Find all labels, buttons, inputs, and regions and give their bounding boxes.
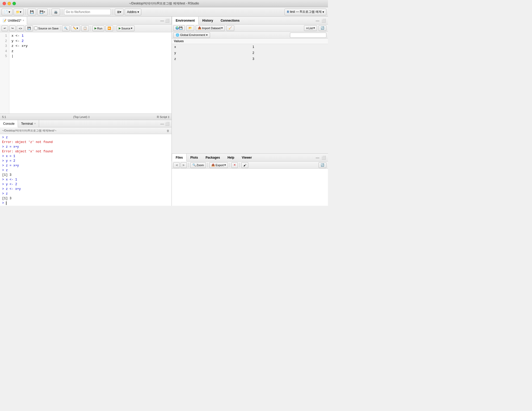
undo-button[interactable]: ↩ — [2, 26, 8, 31]
env-content: Values x 1 y 2 z 3 — [172, 39, 328, 153]
minimize-button[interactable] — [8, 2, 11, 5]
editor-area: 📝 Untitled1* × — ⬜ ↩ ↪ <> 💾 Source on Sa… — [0, 17, 172, 120]
refresh-env-button[interactable]: 🔄 — [319, 25, 326, 31]
source-button[interactable]: ▶ Source ▾ — [117, 26, 135, 31]
tab-help[interactable]: Help — [224, 154, 238, 161]
window-controls[interactable] — [3, 2, 16, 5]
rerun-button[interactable]: ⏩ — [105, 26, 113, 31]
new-file-button[interactable]: 📄▾ — [2, 9, 12, 15]
files-tab-actions: — ⬜ — [315, 154, 328, 161]
tab-packages[interactable]: Packages — [202, 154, 224, 161]
tab-close-button[interactable]: × — [23, 19, 24, 22]
import-icon: 📥 — [198, 26, 201, 30]
save-editor-button[interactable]: 💾 — [25, 26, 33, 31]
tab-viewer[interactable]: Viewer — [238, 154, 256, 161]
clear-console-icon[interactable]: 🗑 — [167, 129, 169, 132]
files-minimize-icon[interactable]: — — [315, 155, 320, 160]
main-layout: 📝 Untitled1* × — ⬜ ↩ ↪ <> 💾 Source on Sa… — [0, 17, 328, 206]
editor-maximize-icon[interactable]: ⬜ — [164, 18, 170, 23]
editor-sep-1 — [60, 26, 60, 31]
line-num-1: 1 — [2, 33, 7, 39]
import-dataset-button[interactable]: 📥 Import Dataset ▾ — [196, 25, 225, 31]
console-line-10: > x <- 1 — [2, 177, 169, 182]
console-tab[interactable]: Console — [0, 120, 18, 127]
editor-toolbar: ↩ ↪ <> 💾 Source on Save 🔍 ✏️▾ 📋 ▶ Run ⏩ — [0, 24, 172, 32]
console-area: Console Terminal × — ⬜ ~/Desktop/빅데이터/R프… — [0, 120, 172, 206]
file-type[interactable]: R Script ‡ — [157, 115, 169, 119]
brush-button[interactable]: 🖌 — [241, 162, 248, 168]
forward-button[interactable]: ▶ — [181, 162, 187, 168]
code-line-1-prefix: x <- — [11, 34, 22, 38]
line-num-4: 4 — [2, 49, 7, 54]
save-all-button[interactable]: 💾+ — [37, 9, 48, 15]
code-content[interactable]: x <- 1 y <- 2 z <- x+y z | — [9, 32, 172, 114]
tab-history[interactable]: History — [199, 17, 217, 24]
tools-button[interactable]: ✏️▾ — [71, 26, 80, 31]
editor-sep-3 — [115, 26, 115, 31]
console-content[interactable]: > z Error: object 'z' not found > z = x+… — [0, 134, 172, 206]
console-maximize-icon[interactable]: ⬜ — [164, 122, 170, 126]
main-toolbar: 📄▾ 📁▾ 💾 💾+ 🖨️ ⊞▾ Addins ▾ R test — R프로그램… — [0, 7, 328, 17]
addins-label: Addins — [127, 10, 137, 14]
load-env-button[interactable]: 📂 — [186, 25, 194, 31]
zoom-button[interactable]: 🔍 Zoom — [190, 162, 206, 168]
export-label: Export — [216, 164, 224, 167]
clear-env-button[interactable]: 🧹 — [226, 25, 234, 31]
terminal-close-icon[interactable]: × — [34, 122, 36, 125]
delete-plot-button[interactable]: ✕ — [231, 162, 238, 168]
var-name-y: y — [172, 50, 250, 56]
tab-plots[interactable]: Plots — [187, 154, 202, 161]
list-view-button[interactable]: ≡ List ▾ — [304, 25, 317, 31]
line-num-2: 2 — [2, 39, 7, 44]
save-env-button[interactable]: 🌍💾 — [173, 25, 185, 31]
env-variables-table: x 1 y 2 z 3 — [172, 44, 328, 62]
values-section-label: Values — [172, 39, 328, 44]
export-button[interactable]: 📤 Export ▾ — [209, 162, 228, 168]
open-file-button[interactable]: 📁▾ — [14, 9, 24, 15]
env-search-input[interactable] — [290, 33, 326, 38]
source-on-save-label[interactable]: Source on Save — [34, 27, 59, 30]
run-button[interactable]: ▶ Run — [92, 26, 104, 31]
console-line-8: > z — [2, 168, 169, 173]
save-button[interactable]: 💾 — [28, 9, 36, 15]
toolbar-separator-4 — [113, 9, 113, 15]
source-arrow-icon: ▶ — [119, 27, 121, 30]
run-arrow-icon: ▶ — [94, 27, 97, 30]
code-editor[interactable]: 1 2 3 4 5 x <- 1 y <- 2 z <- x+y z | — [0, 32, 172, 114]
console-line-11: > y <- 2 — [2, 182, 169, 187]
env-toolbar: 🌍💾 📂 📥 Import Dataset ▾ 🧹 ≡ List ▾ 🔄 — [172, 24, 328, 32]
terminal-tab[interactable]: Terminal × — [18, 120, 39, 127]
redo-button[interactable]: ↪ — [9, 26, 16, 31]
files-sep-4 — [239, 163, 240, 167]
env-maximize-icon[interactable]: ⬜ — [321, 18, 326, 23]
maximize-button[interactable] — [12, 2, 16, 5]
tab-environment[interactable]: Environment — [172, 17, 199, 24]
source-on-save-checkbox[interactable] — [34, 27, 37, 30]
editor-minimize-icon[interactable]: — — [160, 18, 164, 23]
console-minimize-icon[interactable]: — — [160, 122, 164, 126]
compile-button[interactable]: 📋 — [81, 26, 89, 31]
code-button[interactable]: <> — [17, 26, 24, 31]
addins-button[interactable]: Addins ▾ — [125, 9, 141, 15]
print-button[interactable]: 🖨️ — [52, 9, 60, 15]
editor-tab-untitled1[interactable]: 📝 Untitled1* × — [0, 17, 27, 24]
refresh-files-button[interactable]: 🔄 — [319, 162, 326, 168]
global-env-button[interactable]: 🌐 Global Environment ▾ — [173, 32, 210, 38]
console-cursor — [6, 201, 8, 205]
r-project-button[interactable]: R test — R프로그램 예제 ▾ — [284, 9, 326, 15]
layout-button[interactable]: ⊞▾ — [115, 9, 124, 15]
files-maximize-icon[interactable]: ⬜ — [321, 155, 326, 160]
console-path-icon: ⤷ — [54, 129, 57, 132]
console-line-1: > z — [2, 135, 169, 140]
left-panel: 📝 Untitled1* × — ⬜ ↩ ↪ <> 💾 Source on Sa… — [0, 17, 172, 206]
close-button[interactable] — [3, 2, 6, 5]
var-name-x: x — [172, 44, 250, 50]
level-indicator[interactable]: (Top Level) ‡ — [73, 115, 90, 119]
search-button[interactable]: 🔍 — [62, 26, 70, 31]
back-button[interactable]: ◀ — [173, 162, 180, 168]
tab-files[interactable]: Files — [172, 154, 187, 161]
env-minimize-icon[interactable]: — — [315, 18, 320, 23]
tab-connections[interactable]: Connections — [217, 17, 244, 24]
console-line-12: > z <- x+y — [2, 187, 169, 191]
go-to-file-input[interactable] — [64, 9, 111, 15]
